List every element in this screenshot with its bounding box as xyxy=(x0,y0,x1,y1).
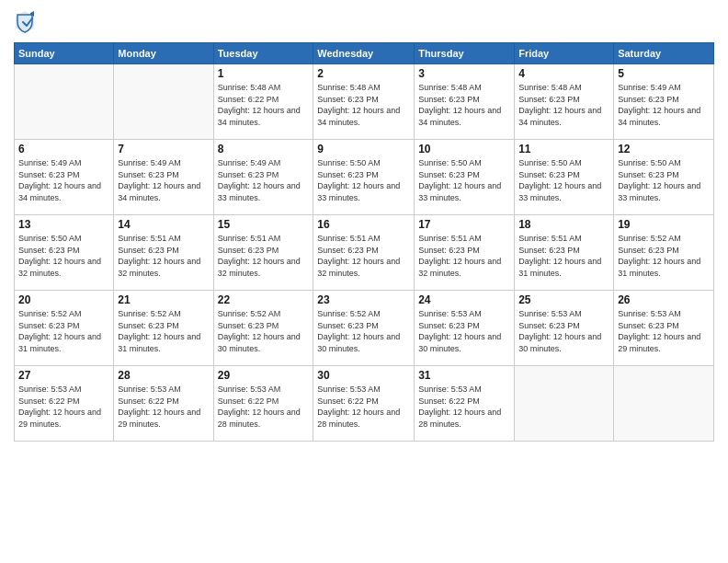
calendar-cell: 26Sunrise: 5:53 AMSunset: 6:23 PMDayligh… xyxy=(614,291,714,366)
day-detail: Sunrise: 5:52 AMSunset: 6:23 PMDaylight:… xyxy=(118,308,209,354)
calendar-cell: 25Sunrise: 5:53 AMSunset: 6:23 PMDayligh… xyxy=(515,291,614,366)
day-detail: Sunrise: 5:52 AMSunset: 6:23 PMDaylight:… xyxy=(18,308,109,354)
weekday-header: Sunday xyxy=(15,43,114,64)
header xyxy=(14,9,714,35)
day-number: 16 xyxy=(317,218,410,231)
day-detail: Sunrise: 5:53 AMSunset: 6:22 PMDaylight:… xyxy=(118,384,209,430)
day-number: 20 xyxy=(18,293,109,306)
logo xyxy=(14,9,40,35)
day-number: 29 xyxy=(218,369,310,382)
calendar-cell: 13Sunrise: 5:50 AMSunset: 6:23 PMDayligh… xyxy=(15,215,114,291)
day-number: 21 xyxy=(118,293,209,306)
day-detail: Sunrise: 5:49 AMSunset: 6:23 PMDaylight:… xyxy=(618,82,710,128)
day-number: 5 xyxy=(618,67,710,80)
day-detail: Sunrise: 5:53 AMSunset: 6:22 PMDaylight:… xyxy=(218,384,310,430)
day-number: 30 xyxy=(317,369,410,382)
day-number: 22 xyxy=(218,293,310,306)
calendar-cell: 14Sunrise: 5:51 AMSunset: 6:23 PMDayligh… xyxy=(114,215,213,291)
day-number: 26 xyxy=(618,293,710,306)
day-number: 23 xyxy=(317,293,410,306)
day-detail: Sunrise: 5:49 AMSunset: 6:23 PMDaylight:… xyxy=(118,157,209,203)
day-detail: Sunrise: 5:48 AMSunset: 6:23 PMDaylight:… xyxy=(317,82,410,128)
day-detail: Sunrise: 5:49 AMSunset: 6:23 PMDaylight:… xyxy=(18,157,109,203)
day-number: 9 xyxy=(317,143,410,155)
weekday-header: Saturday xyxy=(614,43,714,64)
day-detail: Sunrise: 5:52 AMSunset: 6:23 PMDaylight:… xyxy=(618,233,710,279)
calendar-cell: 9Sunrise: 5:50 AMSunset: 6:23 PMDaylight… xyxy=(313,140,415,215)
day-detail: Sunrise: 5:53 AMSunset: 6:22 PMDaylight:… xyxy=(18,384,109,430)
calendar-cell xyxy=(15,64,114,140)
calendar-cell: 18Sunrise: 5:51 AMSunset: 6:23 PMDayligh… xyxy=(515,215,614,291)
day-detail: Sunrise: 5:53 AMSunset: 6:23 PMDaylight:… xyxy=(418,308,510,354)
day-detail: Sunrise: 5:49 AMSunset: 6:23 PMDaylight:… xyxy=(218,157,310,203)
calendar-cell: 27Sunrise: 5:53 AMSunset: 6:22 PMDayligh… xyxy=(15,366,114,442)
weekday-header: Thursday xyxy=(415,43,515,64)
calendar-cell xyxy=(515,366,614,442)
day-detail: Sunrise: 5:48 AMSunset: 6:23 PMDaylight:… xyxy=(418,82,510,128)
calendar-cell: 28Sunrise: 5:53 AMSunset: 6:22 PMDayligh… xyxy=(114,366,213,442)
calendar-cell: 5Sunrise: 5:49 AMSunset: 6:23 PMDaylight… xyxy=(614,64,714,140)
calendar-cell: 6Sunrise: 5:49 AMSunset: 6:23 PMDaylight… xyxy=(15,140,114,215)
day-number: 8 xyxy=(218,143,310,155)
weekday-header-row: SundayMondayTuesdayWednesdayThursdayFrid… xyxy=(15,43,714,64)
day-number: 14 xyxy=(118,218,209,231)
calendar-cell: 22Sunrise: 5:52 AMSunset: 6:23 PMDayligh… xyxy=(213,291,313,366)
day-detail: Sunrise: 5:50 AMSunset: 6:23 PMDaylight:… xyxy=(518,157,609,203)
day-number: 15 xyxy=(218,218,310,231)
weekday-header: Tuesday xyxy=(213,43,313,64)
day-detail: Sunrise: 5:52 AMSunset: 6:23 PMDaylight:… xyxy=(317,308,410,354)
day-detail: Sunrise: 5:48 AMSunset: 6:22 PMDaylight:… xyxy=(218,82,310,128)
calendar-cell xyxy=(614,366,714,442)
day-detail: Sunrise: 5:53 AMSunset: 6:23 PMDaylight:… xyxy=(518,308,609,354)
calendar-week-row: 13Sunrise: 5:50 AMSunset: 6:23 PMDayligh… xyxy=(15,215,714,291)
day-number: 28 xyxy=(118,369,209,382)
logo-icon xyxy=(14,9,36,35)
day-number: 1 xyxy=(218,67,310,80)
calendar-table: SundayMondayTuesdayWednesdayThursdayFrid… xyxy=(14,42,714,442)
calendar-cell: 16Sunrise: 5:51 AMSunset: 6:23 PMDayligh… xyxy=(313,215,415,291)
calendar-cell: 20Sunrise: 5:52 AMSunset: 6:23 PMDayligh… xyxy=(15,291,114,366)
day-detail: Sunrise: 5:51 AMSunset: 6:23 PMDaylight:… xyxy=(118,233,209,279)
calendar-cell: 24Sunrise: 5:53 AMSunset: 6:23 PMDayligh… xyxy=(415,291,515,366)
calendar-cell: 12Sunrise: 5:50 AMSunset: 6:23 PMDayligh… xyxy=(614,140,714,215)
calendar-cell: 21Sunrise: 5:52 AMSunset: 6:23 PMDayligh… xyxy=(114,291,213,366)
calendar-cell: 2Sunrise: 5:48 AMSunset: 6:23 PMDaylight… xyxy=(313,64,415,140)
day-detail: Sunrise: 5:52 AMSunset: 6:23 PMDaylight:… xyxy=(218,308,310,354)
day-detail: Sunrise: 5:50 AMSunset: 6:23 PMDaylight:… xyxy=(618,157,710,203)
calendar-cell: 15Sunrise: 5:51 AMSunset: 6:23 PMDayligh… xyxy=(213,215,313,291)
day-detail: Sunrise: 5:51 AMSunset: 6:23 PMDaylight:… xyxy=(418,233,510,279)
calendar-cell: 3Sunrise: 5:48 AMSunset: 6:23 PMDaylight… xyxy=(415,64,515,140)
calendar-cell: 7Sunrise: 5:49 AMSunset: 6:23 PMDaylight… xyxy=(114,140,213,215)
day-detail: Sunrise: 5:51 AMSunset: 6:23 PMDaylight:… xyxy=(518,233,609,279)
day-number: 6 xyxy=(18,143,109,155)
calendar-cell: 8Sunrise: 5:49 AMSunset: 6:23 PMDaylight… xyxy=(213,140,313,215)
calendar-week-row: 1Sunrise: 5:48 AMSunset: 6:22 PMDaylight… xyxy=(15,64,714,140)
day-number: 3 xyxy=(418,67,510,80)
day-detail: Sunrise: 5:50 AMSunset: 6:23 PMDaylight:… xyxy=(418,157,510,203)
day-number: 31 xyxy=(418,369,510,382)
day-number: 13 xyxy=(18,218,109,231)
weekday-header: Wednesday xyxy=(313,43,415,64)
day-number: 17 xyxy=(418,218,510,231)
day-detail: Sunrise: 5:51 AMSunset: 6:23 PMDaylight:… xyxy=(218,233,310,279)
day-detail: Sunrise: 5:50 AMSunset: 6:23 PMDaylight:… xyxy=(317,157,410,203)
calendar-week-row: 27Sunrise: 5:53 AMSunset: 6:22 PMDayligh… xyxy=(15,366,714,442)
day-number: 10 xyxy=(418,143,510,155)
day-number: 4 xyxy=(518,67,609,80)
day-number: 27 xyxy=(18,369,109,382)
day-number: 12 xyxy=(618,143,710,155)
page: SundayMondayTuesdayWednesdayThursdayFrid… xyxy=(0,0,728,563)
calendar-cell: 23Sunrise: 5:52 AMSunset: 6:23 PMDayligh… xyxy=(313,291,415,366)
calendar-week-row: 20Sunrise: 5:52 AMSunset: 6:23 PMDayligh… xyxy=(15,291,714,366)
day-detail: Sunrise: 5:53 AMSunset: 6:22 PMDaylight:… xyxy=(418,384,510,430)
day-number: 24 xyxy=(418,293,510,306)
day-number: 18 xyxy=(518,218,609,231)
calendar-cell: 1Sunrise: 5:48 AMSunset: 6:22 PMDaylight… xyxy=(213,64,313,140)
calendar-cell: 29Sunrise: 5:53 AMSunset: 6:22 PMDayligh… xyxy=(213,366,313,442)
day-detail: Sunrise: 5:53 AMSunset: 6:22 PMDaylight:… xyxy=(317,384,410,430)
weekday-header: Friday xyxy=(515,43,614,64)
calendar-cell: 11Sunrise: 5:50 AMSunset: 6:23 PMDayligh… xyxy=(515,140,614,215)
day-number: 2 xyxy=(317,67,410,80)
calendar-cell xyxy=(114,64,213,140)
day-detail: Sunrise: 5:53 AMSunset: 6:23 PMDaylight:… xyxy=(618,308,710,354)
